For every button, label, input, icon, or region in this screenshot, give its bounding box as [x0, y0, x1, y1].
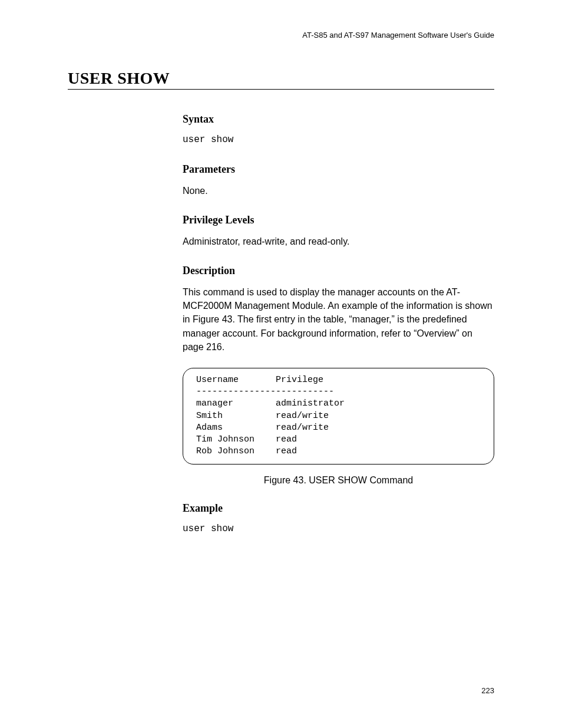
example-heading: Example	[183, 502, 494, 515]
syntax-heading: Syntax	[183, 113, 494, 126]
description-text: This command is used to display the mana…	[183, 285, 494, 354]
output-box: Username Privilege ---------------------…	[183, 368, 494, 465]
page: AT-S85 and AT-S97 Management Software Us…	[0, 0, 562, 728]
output-lines: Username Privilege ---------------------…	[196, 374, 481, 458]
page-number: 223	[481, 686, 494, 695]
syntax-code: user show	[183, 134, 494, 147]
example-code: user show	[183, 523, 494, 536]
privilege-heading: Privilege Levels	[183, 214, 494, 226]
content-block: Syntax user show Parameters None. Privil…	[183, 113, 494, 535]
description-heading: Description	[183, 265, 494, 277]
section-title: USER SHOW	[68, 69, 494, 90]
figure-caption: Figure 43. USER SHOW Command	[183, 475, 494, 486]
privilege-text: Administrator, read-write, and read-only…	[183, 235, 494, 248]
running-header: AT-S85 and AT-S97 Management Software Us…	[68, 31, 494, 39]
parameters-heading: Parameters	[183, 163, 494, 176]
parameters-text: None.	[183, 184, 494, 197]
